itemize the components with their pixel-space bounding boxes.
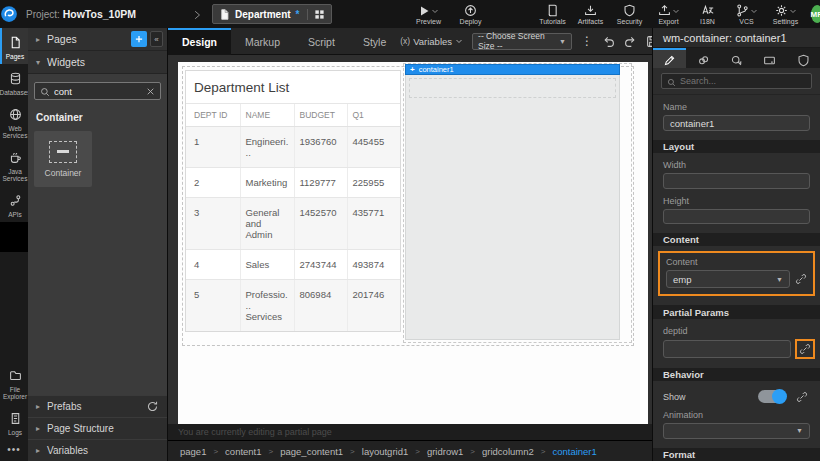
tab-design[interactable]: Design: [168, 28, 231, 55]
vcs-button[interactable]: VCS: [728, 4, 766, 25]
clear-search-icon[interactable]: [146, 82, 155, 100]
deptid-field[interactable]: [663, 340, 791, 358]
breadcrumb-item-page_content1[interactable]: page_content1: [280, 446, 343, 457]
breadcrumb-item-page1[interactable]: page1: [180, 446, 206, 457]
artifacts-button[interactable]: Artifacts: [572, 4, 610, 25]
properties-search-box[interactable]: [661, 73, 812, 89]
height-field[interactable]: [663, 209, 810, 224]
table-column-header[interactable]: BUDGET: [294, 104, 347, 127]
screen-size-select[interactable]: -- Choose Screen Size -- ▼: [472, 33, 572, 50]
page-tab-label: Department: [235, 9, 291, 20]
caret-down-icon: ▼: [776, 276, 783, 283]
rail-more-button[interactable]: •••: [0, 440, 28, 461]
properties-tab-shield[interactable]: [787, 48, 820, 68]
content-select[interactable]: emp ▼: [666, 270, 790, 288]
pages-panel-label: Pages: [47, 33, 77, 45]
bind-link-icon[interactable]: [795, 273, 807, 285]
left-panel: ▸ Pages « ▾ Widgets: [28, 28, 168, 461]
redo-button[interactable]: [624, 35, 637, 48]
variables-button[interactable]: (x) Variables: [400, 36, 463, 47]
tutorials-button[interactable]: Tutorials: [534, 4, 572, 25]
container-widget-tile[interactable]: Container: [34, 131, 92, 187]
rail-item-file-explorer[interactable]: File Explorer: [0, 361, 28, 404]
rail-item-web-services[interactable]: Web Services: [0, 100, 28, 143]
container-selection-header[interactable]: + container1: [405, 64, 620, 75]
properties-tab-inspect[interactable]: [720, 48, 753, 68]
table-row[interactable]: 1Engineeri...1936760445455: [186, 127, 401, 168]
i18n-button[interactable]: I18N: [689, 4, 727, 25]
container-body[interactable]: [405, 75, 620, 340]
partial-page-canvas[interactable]: Department List DEPT IDNAMEBUDGETQ1 1Eng…: [178, 62, 648, 424]
department-list-card[interactable]: Department List DEPT IDNAMEBUDGETQ1 1Eng…: [185, 70, 401, 332]
properties-tab-device[interactable]: [753, 48, 786, 68]
bind-link-icon[interactable]: [796, 391, 808, 403]
name-field[interactable]: container1: [663, 115, 810, 130]
widget-search-input[interactable]: [54, 86, 142, 97]
table-row[interactable]: 3General and Admin1452570435771: [186, 198, 401, 250]
breadcrumb-item-gridrow1[interactable]: gridrow1: [427, 446, 463, 457]
widget-search-box[interactable]: [34, 82, 161, 100]
design-canvas[interactable]: Department List DEPT IDNAMEBUDGETQ1 1Eng…: [168, 55, 652, 440]
breadcrumb-item-container1[interactable]: container1: [552, 446, 596, 457]
table-column-header[interactable]: DEPT ID: [186, 104, 240, 127]
settings-button[interactable]: Settings: [767, 4, 805, 25]
panel-section-variables[interactable]: ▸Variables: [28, 439, 167, 461]
bind-link-icon[interactable]: [799, 343, 811, 355]
refresh-icon[interactable]: [146, 400, 159, 413]
panel-section-page-structure[interactable]: ▸Page Structure: [28, 417, 167, 439]
rail-item-databases[interactable]: Databases: [0, 64, 28, 100]
breadcrumb-item-gridcolumn2[interactable]: gridcolumn2: [482, 446, 534, 457]
section-format: Format: [653, 448, 820, 461]
table-row[interactable]: 4Sales2743744493874: [186, 250, 401, 280]
table-column-header[interactable]: NAME: [240, 104, 294, 127]
properties-tab-styles[interactable]: [686, 48, 719, 68]
selected-container-widget[interactable]: + container1: [405, 64, 620, 340]
show-toggle[interactable]: [758, 390, 786, 403]
collapse-panel-button[interactable]: «: [150, 31, 163, 47]
more-options-kebab-icon[interactable]: ⋮: [581, 34, 593, 48]
department-table[interactable]: DEPT IDNAMEBUDGETQ1 1Engineeri...1936760…: [186, 104, 401, 332]
pages-grid-icon[interactable]: [307, 9, 325, 20]
width-field-label: Width: [663, 160, 810, 170]
partial-page-message: You are currently editing a partial page: [168, 424, 652, 440]
name-field-label: Name: [663, 102, 810, 112]
settings-gear-icon: [775, 1, 788, 19]
preview-button[interactable]: Preview: [410, 4, 448, 25]
widgets-panel-header[interactable]: ▾ Widgets: [28, 51, 167, 74]
editor-center: DesignMarkupScriptStyle (x) Variables --…: [168, 28, 652, 461]
rail-item-pages[interactable]: Pages: [0, 28, 28, 64]
wavemaker-logo-icon[interactable]: [0, 0, 18, 28]
animation-select[interactable]: ▼: [663, 423, 810, 438]
tab-script[interactable]: Script: [294, 28, 349, 55]
export-button[interactable]: Export: [650, 4, 688, 25]
pages-panel-header[interactable]: ▸ Pages «: [28, 28, 167, 51]
add-page-button[interactable]: [131, 31, 147, 47]
properties-tab-pencil[interactable]: [653, 48, 686, 68]
table-row[interactable]: 2Marketing1129777225955: [186, 168, 401, 198]
rail-item-java-services[interactable]: Java Services: [0, 143, 28, 186]
container-drop-area[interactable]: [409, 78, 616, 98]
width-field[interactable]: [663, 173, 810, 188]
java-services-icon: [9, 148, 22, 166]
table-cell: 435771: [347, 198, 401, 250]
plus-icon[interactable]: +: [410, 65, 415, 74]
deploy-button[interactable]: Deploy: [452, 4, 490, 25]
security-button[interactable]: Security: [611, 4, 649, 25]
breadcrumb-item-layoutgrid1[interactable]: layoutgrid1: [362, 446, 408, 457]
table-column-header[interactable]: Q1: [347, 104, 401, 127]
tab-markup[interactable]: Markup: [231, 28, 294, 55]
rail-item-logs[interactable]: Logs: [0, 404, 28, 440]
page-tab-department[interactable]: Department *: [212, 4, 331, 24]
databases-icon: [9, 69, 22, 87]
left-icon-rail: PagesDatabasesWeb ServicesJava ServicesA…: [0, 28, 28, 461]
rail-item-apis[interactable]: APIs: [0, 186, 28, 222]
user-avatar[interactable]: MP: [811, 5, 820, 23]
properties-search-input[interactable]: [680, 76, 806, 86]
undo-button[interactable]: [602, 35, 615, 48]
tab-style[interactable]: Style: [349, 28, 400, 55]
deptid-field-label: deptid: [663, 326, 810, 336]
properties-panel: wm-container: container1 Name container1…: [652, 28, 820, 461]
table-row[interactable]: 5Professio... Services806984201746: [186, 280, 401, 332]
panel-section-prefabs[interactable]: ▸Prefabs: [28, 395, 167, 417]
breadcrumb-item-content1[interactable]: content1: [225, 446, 261, 457]
